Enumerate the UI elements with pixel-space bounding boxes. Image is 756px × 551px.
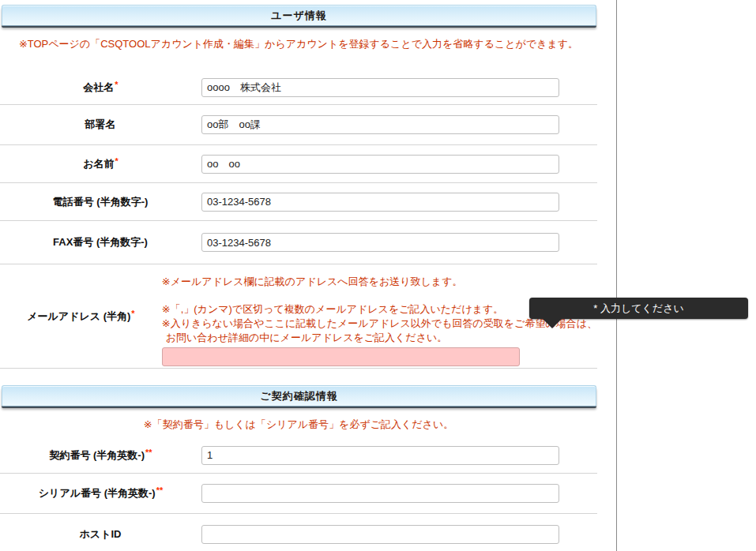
user-info-section-header: ユーザ情報 <box>2 5 596 26</box>
spacer <box>0 59 597 70</box>
validation-tooltip: * 入力してください <box>529 298 748 319</box>
host-id-label: ホストID <box>0 514 201 551</box>
user-info-section-title: ユーザ情報 <box>271 9 327 23</box>
name-input[interactable] <box>201 155 559 174</box>
contract-number-row: 契約番号 (半角英数-)** <box>0 437 597 474</box>
contract-section-title: ご契約確認情報 <box>260 389 337 403</box>
phone-label: 電話番号 (半角数字-) <box>0 183 201 220</box>
required-asterisk: * <box>115 156 118 166</box>
spacer <box>0 369 597 385</box>
required-asterisk: ** <box>156 485 164 495</box>
form-content: ユーザ情報 ※TOPページの「CSQTOOLアカウント作成・編集」からアカウント… <box>0 0 597 551</box>
email-input[interactable] <box>162 347 520 366</box>
company-name-label: 会社名* <box>0 70 201 104</box>
phone-input[interactable] <box>201 193 559 212</box>
department-input[interactable] <box>201 115 559 134</box>
name-label: お名前* <box>0 145 201 182</box>
required-asterisk: ** <box>145 448 152 457</box>
host-id-input[interactable] <box>201 525 559 544</box>
tooltip-caret-icon <box>542 318 562 328</box>
company-name-row: 会社名* <box>0 70 597 105</box>
department-label: 部署名 <box>0 105 201 144</box>
fax-label: FAX番号 (半角数字-) <box>0 221 201 264</box>
contract-number-label: 契約番号 (半角英数-)** <box>0 437 201 473</box>
required-asterisk: * <box>131 309 134 318</box>
phone-row: 電話番号 (半角数字-) <box>0 183 597 221</box>
contract-section-note: ※「契約番号」もしくは「シリアル番号」を必ずご記入ください。 <box>0 407 597 437</box>
contract-number-input[interactable] <box>201 446 559 465</box>
department-row: 部署名 <box>0 105 597 145</box>
company-name-input[interactable] <box>201 78 559 97</box>
fax-row: FAX番号 (半角数字-) <box>0 221 597 264</box>
email-note-detail: お問い合わせ詳細の中にメールアドレスをご記入ください。 <box>162 331 597 345</box>
validation-tooltip-text: * 入力してください <box>593 302 684 316</box>
host-id-row: ホストID <box>0 514 597 551</box>
serial-number-label: シリアル番号 (半角英数-)** <box>0 474 201 513</box>
email-note-reply: ※メールアドレス欄に記載のアドレスへ回答をお送り致します。 <box>162 275 597 289</box>
email-row: メールアドレス (半角)* ※メールアドレス欄に記載のアドレスへ回答をお送り致し… <box>0 264 597 369</box>
name-row: お名前* <box>0 145 597 183</box>
user-info-section-note: ※TOPページの「CSQTOOLアカウント作成・編集」からアカウントを登録するこ… <box>0 26 597 59</box>
fax-input[interactable] <box>201 233 559 252</box>
vertical-divider <box>616 0 617 551</box>
serial-number-row: シリアル番号 (半角英数-)** <box>0 474 597 514</box>
contract-section-header: ご契約確認情報 <box>2 385 596 407</box>
required-asterisk: * <box>115 80 118 89</box>
email-label: メールアドレス (半角)* <box>0 264 162 368</box>
serial-number-input[interactable] <box>201 484 559 503</box>
